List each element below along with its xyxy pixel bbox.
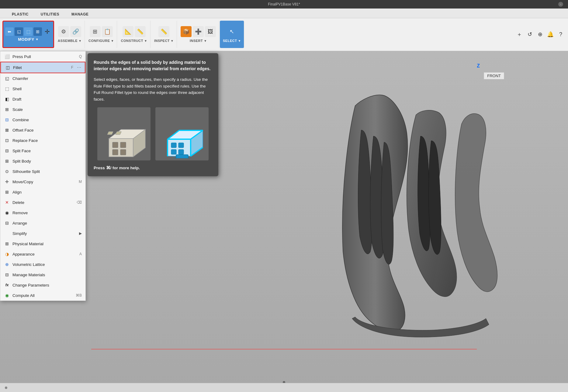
menu-item-move-copy[interactable]: ✛ Move/Copy M bbox=[0, 177, 85, 187]
notification-icon[interactable]: 🔔 bbox=[545, 29, 555, 39]
menu-label-scale: Scale bbox=[12, 107, 23, 112]
tab-utilities[interactable]: UTILITIES bbox=[35, 11, 65, 18]
svg-rect-13 bbox=[178, 143, 184, 148]
scale-icon: ⊞ bbox=[4, 106, 10, 112]
toolbar-tabs: PLASTIC UTILITIES MANAGE bbox=[0, 9, 568, 18]
close-button[interactable]: × bbox=[558, 2, 563, 7]
menu-item-replace-face[interactable]: ⊡ Replace Face bbox=[0, 135, 85, 146]
insert-icon-3[interactable]: 🖼 bbox=[205, 26, 216, 37]
delete-icon: ✕ bbox=[4, 199, 10, 205]
menu-item-physical-material[interactable]: ⊞ Physical Material bbox=[0, 239, 85, 249]
menu-item-scale[interactable]: ⊞ Scale bbox=[0, 104, 85, 115]
menu-item-offset-face[interactable]: ⊠ Offset Face bbox=[0, 125, 85, 135]
axis-z-label: Z bbox=[477, 63, 480, 69]
menu-item-arrange[interactable]: ⊟ Arrange bbox=[0, 218, 85, 228]
modify-dropdown-arrow: ▼ bbox=[36, 38, 39, 41]
configure-icon-1[interactable]: ⊞ bbox=[90, 26, 101, 37]
menu-label-combine: Combine bbox=[12, 118, 29, 122]
undo-icon[interactable]: ↺ bbox=[525, 29, 535, 39]
inspect-icon-1[interactable]: 📏 bbox=[158, 26, 169, 37]
modify-icon-1: ⬅ bbox=[5, 27, 14, 36]
menu-label-press-pull: Press Pull bbox=[12, 54, 31, 59]
redo-icon[interactable]: ⊕ bbox=[535, 29, 545, 39]
tooltip-images bbox=[94, 107, 212, 160]
construct-arrow: ▼ bbox=[144, 39, 147, 43]
menu-item-manage-materials[interactable]: ⊟ Manage Materials bbox=[0, 270, 85, 280]
cube-before-svg bbox=[100, 110, 148, 158]
insert-group: 📦 ➕ 🖼 INSERT ▼ bbox=[178, 21, 219, 48]
help-icon[interactable]: ? bbox=[556, 29, 566, 39]
menu-label-compute-all: Compute All bbox=[12, 293, 35, 298]
menu-item-chamfer[interactable]: ◱ Chamfer bbox=[0, 73, 85, 84]
menu-item-shell[interactable]: ⬚ Shell bbox=[0, 84, 85, 94]
assemble-group: ⚙ 🔗 ASSEMBLE ▼ bbox=[55, 21, 85, 48]
construct-icon-1[interactable]: 📐 bbox=[123, 26, 133, 37]
volumetric-lattice-icon: ⊕ bbox=[4, 261, 10, 267]
svg-rect-4 bbox=[120, 142, 126, 148]
menu-item-split-body[interactable]: ⊞ Split Body bbox=[0, 156, 85, 166]
configure-group: ⊞ 📋 CONFIGURE ▼ bbox=[85, 21, 117, 48]
status-bar bbox=[0, 383, 568, 392]
align-icon: ⊞ bbox=[4, 189, 10, 195]
appearance-icon: ◑ bbox=[4, 251, 10, 257]
3d-shape-svg bbox=[331, 69, 544, 343]
3d-shape-container bbox=[331, 69, 544, 343]
tooltip-body: Select edges, faces, or features, then s… bbox=[94, 76, 212, 102]
menu-item-simplify[interactable]: Simplify ▶ bbox=[0, 228, 85, 239]
shell-icon: ⬚ bbox=[4, 86, 10, 92]
menu-item-press-pull[interactable]: ⬜ Press Pull Q bbox=[0, 51, 85, 62]
menu-item-delete[interactable]: ✕ Delete ⌫ bbox=[0, 197, 85, 208]
svg-rect-3 bbox=[113, 142, 118, 148]
configure-icon-2[interactable]: 📋 bbox=[102, 26, 113, 37]
menu-item-split-face[interactable]: ⊟ Split Face bbox=[0, 146, 85, 156]
insert-label-row: INSERT ▼ bbox=[190, 39, 207, 43]
combine-icon: ⊟ bbox=[4, 117, 10, 123]
assemble-icon-1[interactable]: ⚙ bbox=[58, 26, 69, 37]
fillet-more-icon[interactable]: ⋯ bbox=[77, 65, 81, 70]
modify-label-row: MODIFY ▼ bbox=[18, 37, 38, 42]
menu-label-replace-face: Replace Face bbox=[12, 138, 38, 143]
toolbar-right: ＋ ↺ ⊕ 🔔 ? bbox=[514, 29, 566, 39]
menu-label-simplify: Simplify bbox=[12, 231, 27, 236]
modify-icons: ⬅ ◱ ⬚ ⊞ ✛ bbox=[5, 27, 51, 36]
physical-material-icon: ⊞ bbox=[4, 241, 10, 247]
modify-icon-3: ⬚ bbox=[24, 27, 33, 36]
insert-icon-2[interactable]: ➕ bbox=[193, 26, 204, 37]
assemble-icon-2[interactable]: 🔗 bbox=[70, 26, 81, 37]
menu-item-change-parameters[interactable]: fx Change Parameters bbox=[0, 280, 85, 290]
svg-rect-15 bbox=[178, 150, 184, 154]
menu-item-fillet[interactable]: ◫ Fillet F ⋯ bbox=[0, 62, 85, 73]
menu-label-arrange: Arrange bbox=[12, 221, 27, 225]
assemble-arrow: ▼ bbox=[78, 39, 81, 43]
window-title: FinalPV1Base V81* bbox=[268, 2, 300, 6]
modify-icon-4: ⊞ bbox=[33, 27, 42, 36]
menu-label-shell: Shell bbox=[12, 87, 22, 91]
menu-item-align[interactable]: ⊞ Align bbox=[0, 187, 85, 197]
modify-button[interactable]: ⬅ ◱ ⬚ ⊞ ✛ MODIFY ▼ bbox=[2, 21, 54, 48]
construct-label: CONSTRUCT bbox=[121, 39, 143, 43]
insert-icon-1[interactable]: 📦 bbox=[181, 26, 192, 37]
menu-item-appearance[interactable]: ◑ Appearance A bbox=[0, 249, 85, 259]
menu-item-combine[interactable]: ⊟ Combine bbox=[0, 115, 85, 125]
menu-label-change-parameters: Change Parameters bbox=[12, 283, 49, 287]
construct-icon-2[interactable]: 📏 bbox=[135, 26, 146, 37]
add-icon[interactable]: ＋ bbox=[514, 29, 524, 39]
tab-manage[interactable]: MANAGE bbox=[66, 11, 94, 18]
select-icon-1[interactable]: ↖ bbox=[227, 26, 237, 37]
menu-item-compute-all[interactable]: ◉ Compute All ⌘B bbox=[0, 290, 85, 301]
menu-item-volumetric-lattice[interactable]: ⊕ Volumetric Lattice bbox=[0, 259, 85, 270]
tab-plastic[interactable]: PLASTIC bbox=[6, 11, 34, 18]
chamfer-icon: ◱ bbox=[4, 75, 10, 81]
svg-rect-7 bbox=[107, 132, 113, 135]
inspect-label-row: INSPECT ▼ bbox=[154, 39, 174, 43]
construct-label-row: CONSTRUCT ▼ bbox=[121, 39, 147, 43]
insert-icons: 📦 ➕ 🖼 bbox=[181, 26, 216, 37]
inspect-arrow: ▼ bbox=[171, 39, 174, 43]
tooltip-after-image bbox=[155, 107, 209, 160]
construct-group: 📐 📏 CONSTRUCT ▼ bbox=[118, 21, 150, 48]
menu-item-remove[interactable]: ◉ Remove bbox=[0, 208, 85, 218]
remove-icon: ◉ bbox=[4, 210, 10, 216]
toolbar-body: ⬅ ◱ ⬚ ⊞ ✛ MODIFY ▼ ⚙ 🔗 ASSEMBLE ▼ bbox=[0, 18, 568, 51]
menu-item-draft[interactable]: ◧ Draft bbox=[0, 94, 85, 104]
menu-item-silhouette-split[interactable]: ⊙ Silhouette Split bbox=[0, 166, 85, 177]
